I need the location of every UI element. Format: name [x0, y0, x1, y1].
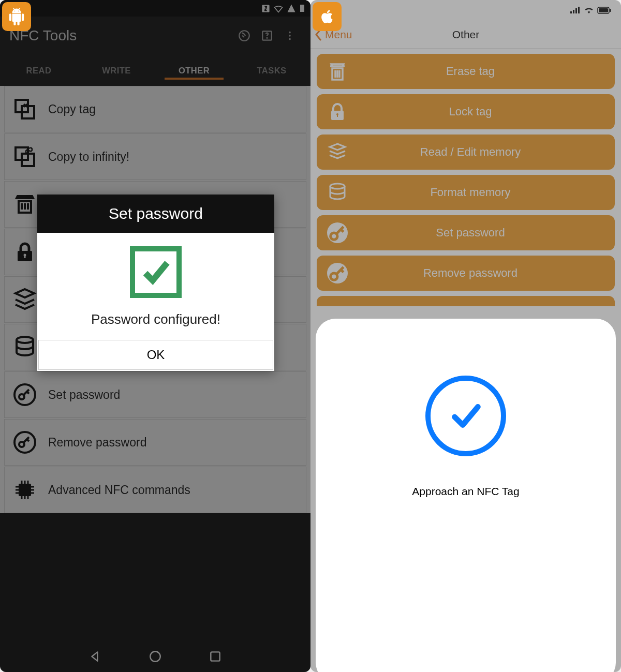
dialog-message: Password configured! [91, 311, 220, 327]
ios-nfc-sheet: Approach an NFC Tag [316, 319, 616, 672]
success-check-icon [425, 376, 506, 456]
ios-pane: Menu Other Erase tag Lock tag Read / Edi… [310, 0, 621, 672]
sheet-message: Approach an NFC Tag [412, 485, 519, 498]
dialog-ok-button[interactable]: OK [38, 340, 273, 370]
success-check-icon [130, 246, 182, 298]
dialog-title: Set password [37, 195, 274, 233]
ios-os-badge [313, 2, 342, 31]
android-pane: NFC Tools READ WRITE OTHER TASKS Copy ta… [0, 0, 310, 672]
android-os-badge [2, 2, 31, 31]
android-dialog: Set password Password configured! OK [37, 195, 274, 371]
